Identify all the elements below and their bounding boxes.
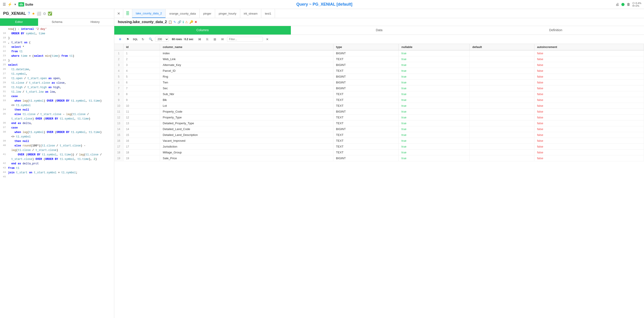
tab-data[interactable]: Data [291,26,468,35]
cell-autoincrement: false [534,56,644,62]
code-line: 40 else round(100*((t1.close / t_start.c… [0,144,114,148]
query-tab-orange-county-data[interactable]: orange_county_data [166,9,200,18]
tab-columns[interactable]: Columns [114,26,291,35]
panel-tabs: Columns Data Definition [114,26,644,35]
left-tabs: Editor Schema History [0,18,114,26]
cell-type: TEXT [333,97,399,103]
code-line: 42 end as delta_prct [0,161,114,166]
cell-type: TEXT [333,115,399,120]
tab-definition[interactable]: Definition [468,26,644,35]
tab-editor[interactable]: Editor [0,18,38,26]
delete-icon[interactable]: ✖ [194,20,197,24]
info-icon[interactable]: ℹ [182,20,184,24]
clear-filter-button[interactable]: ✕ [264,36,270,42]
warning-icon[interactable]: ⚠ [185,20,188,24]
lightning-icon[interactable]: ⚡ [8,2,12,7]
cell-nullable: true [399,74,470,80]
table-row: 16 16 Vacant_Improved TEXT true false [114,138,644,144]
cell-type: BIGINT [333,80,399,86]
sql-button[interactable]: SQL [132,36,138,42]
query-tab-lake-county-data-2[interactable]: lake_county_data_2 [132,9,166,18]
row-num: 18 [114,150,123,155]
query-tabs-list: lake_county_data_2 orange_county_data pi… [132,9,644,18]
cell-type: BIGINT [333,126,399,132]
cell-id: 18 [123,150,160,155]
table-row: 5 5 Rng BIGINT true false [114,74,644,80]
table-row: 10 10 Lot TEXT true false [114,103,644,109]
cell-nullable: true [399,109,470,115]
code-line: 43 from t1 [0,166,114,170]
trash-icon[interactable]: 🗑 [627,3,630,7]
cell-nullable: true [399,103,470,109]
key-icon[interactable]: 🔑 [189,20,193,24]
code-line: now() - interval '2 day' [0,27,114,31]
email-button[interactable]: ✉ [219,36,226,42]
code-line: 41 OVER (ORDER BY t1.symbol, t1.time)) /… [0,153,114,157]
search-button[interactable]: 🔍 [148,36,154,42]
cell-default [470,150,534,155]
copy-data-button[interactable]: ⎘ [204,36,210,42]
check-circle-icon[interactable]: ✅ [48,12,52,16]
cell-id: 3 [123,62,160,68]
cell-id: 12 [123,115,160,120]
star-icon[interactable]: ★ [32,12,35,16]
code-line: 29 t1.close / t_start.close as close, [0,81,114,85]
cell-type: BIGINT [333,109,399,115]
code-editor[interactable]: now() - interval '2 day' 18 ORDER BY sym… [0,26,114,318]
printer-icon[interactable]: 🖨 [616,3,619,7]
cell-nullable: true [399,115,470,120]
col-header-row-num [114,44,123,50]
close-tab-button[interactable]: ✕ [114,9,123,18]
cell-default [470,56,534,62]
circle-icon[interactable]: ⊙ [43,12,46,16]
cell-id: 2 [123,56,160,62]
tab-schema[interactable]: Schema [38,18,76,26]
cell-nullable: true [399,150,470,155]
help-icon[interactable]: ? [28,11,30,16]
table-row: 13 13 Detailed_Property_Type TEXT true f… [114,120,644,126]
code-line: 26 t1.datetime, [0,67,114,72]
query-tab-pinger-hourly[interactable]: pinger_hourly [215,9,240,18]
code-line: 24 ) [0,58,114,63]
cell-type: TEXT [333,56,399,62]
cell-column-name: Property_Type [160,115,333,120]
code-line: 21 select * [0,45,114,49]
status-indicator [621,3,624,6]
code-line: t_start.close) OVER (ORDER BY t1.symbol,… [0,157,114,161]
cell-type: TEXT [333,150,399,155]
link-icon[interactable]: 🔗 [178,20,181,24]
export-button[interactable]: ⊞ [212,36,218,42]
code-line: 32 case [0,94,114,99]
col-header-autoincrement: autoincrement [534,44,644,50]
snowflake-button[interactable]: ❄ [117,36,123,42]
filter-input[interactable] [227,37,263,42]
square-icon[interactable]: ⬜ [37,12,41,16]
query-tab-test1[interactable]: test1 [261,9,275,18]
chevron-down-icon[interactable]: ▼ [14,3,16,6]
header-button[interactable]: H [196,36,203,42]
cell-default [470,132,534,138]
code-line: 25 select [0,63,114,67]
hamburger-icon[interactable]: ☰ [3,2,6,7]
code-line: 33 when lag(t1.symbol) OVER (ORDER BY t1… [0,99,114,103]
refresh-button[interactable]: ↻ [140,36,146,42]
row-num: 17 [114,144,123,150]
edit-icon[interactable]: ✎ [174,20,176,24]
copy-icon[interactable]: 📋 [168,20,172,24]
rows-per-page-select[interactable]: 200 100 500 1000 [155,37,169,42]
code-line: 34 then null [0,108,114,112]
table-row: 11 11 Property_Code BIGINT true false [114,109,644,115]
code-line: 19 ) [0,36,114,40]
cell-column-name: Lot [160,103,333,109]
cell-id: 5 [123,74,160,80]
flag-button[interactable]: ⚑ [124,36,131,42]
cell-type: TEXT [333,103,399,109]
tab-history[interactable]: History [76,18,114,26]
cell-autoincrement: false [534,50,644,56]
query-tab-pinger[interactable]: pinger [200,9,215,18]
cell-type: BIGINT [333,62,399,68]
row-num: 11 [114,109,123,115]
database-icon[interactable]: 🗄 [123,9,132,18]
query-tab-irtt-stream[interactable]: irtt_stream [240,9,261,18]
table-row: 3 3 Alternate_Key BIGINT true false [114,62,644,68]
